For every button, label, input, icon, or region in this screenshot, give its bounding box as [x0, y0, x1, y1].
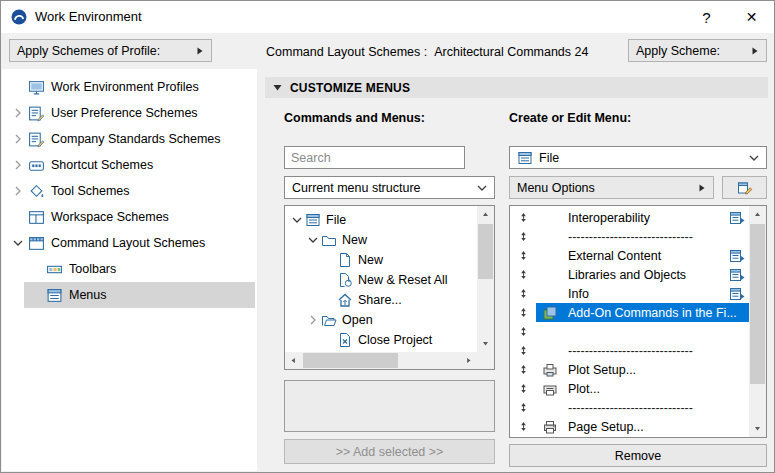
list-item[interactable]: Interoperability: [510, 208, 749, 227]
menu-icon: [517, 150, 533, 166]
printer-icon: [542, 419, 558, 435]
menu-options-button[interactable]: Menu Options: [509, 176, 714, 199]
list-item-separator[interactable]: ------------------------------: [510, 227, 749, 246]
tree-vertical-scrollbar[interactable]: [477, 206, 494, 352]
drag-handle-icon[interactable]: [510, 269, 536, 280]
drag-handle-icon[interactable]: [510, 212, 536, 223]
scrollbar-thumb[interactable]: [750, 224, 765, 384]
chevron-right-icon[interactable]: [305, 312, 321, 328]
list-item-separator[interactable]: ------------------------------: [510, 398, 749, 417]
expander-spacer: [10, 209, 26, 225]
drag-handle-icon[interactable]: [510, 345, 536, 356]
sidebar-item-tool-schemes[interactable]: Tool Schemes: [2, 178, 255, 204]
share-icon: [337, 292, 353, 308]
scroll-down-icon[interactable]: [749, 420, 766, 437]
list-item[interactable]: Page Setup...: [510, 417, 749, 436]
chevron-down-icon[interactable]: [289, 212, 305, 228]
remove-button[interactable]: Remove: [509, 444, 767, 467]
chevron-right-icon[interactable]: [10, 183, 26, 199]
list-item-separator[interactable]: ------------------------------: [510, 341, 749, 360]
app-logo-icon: [11, 9, 27, 25]
scroll-right-icon[interactable]: [460, 352, 477, 369]
menu-icon: [305, 212, 321, 228]
chevron-down-icon[interactable]: [10, 235, 26, 251]
list-item[interactable]: Libraries and Objects: [510, 265, 749, 284]
help-button[interactable]: ?: [684, 1, 729, 33]
sidebar-item-work-environment-profiles[interactable]: Work Environment Profiles: [2, 74, 255, 100]
edit-menu-select[interactable]: File: [509, 146, 767, 169]
scroll-down-icon[interactable]: [477, 335, 494, 352]
tree-item-open[interactable]: Open: [285, 310, 477, 330]
list-item[interactable]: Plot Setup...: [510, 360, 749, 379]
close-project-icon: [337, 332, 353, 348]
scrollbar-corner: [477, 352, 494, 369]
apply-schemes-of-profile-button[interactable]: Apply Schemes of Profile:: [9, 39, 212, 62]
add-selected-button[interactable]: >> Add selected >>: [284, 439, 495, 464]
chevron-right-icon[interactable]: [10, 157, 26, 173]
tree-item-close-project[interactable]: Close Project: [285, 330, 477, 350]
scrollbar-thumb[interactable]: [478, 224, 493, 279]
tool-icon: [28, 183, 45, 200]
drag-handle-icon[interactable]: [510, 250, 536, 261]
drag-handle-icon[interactable]: [510, 231, 536, 242]
drag-handle-icon[interactable]: [510, 402, 536, 413]
chevron-right-icon[interactable]: [10, 105, 26, 121]
drag-handle-icon[interactable]: [510, 288, 536, 299]
menu-structure-select[interactable]: Current menu structure: [284, 176, 495, 199]
scheme-type-label: Command Layout Schemes :: [266, 45, 427, 59]
flyout-arrow-icon: [196, 47, 204, 55]
list-item[interactable]: Plot...: [510, 379, 749, 398]
menu-edit-icon: [737, 180, 753, 196]
list-item-blank[interactable]: [510, 322, 749, 341]
list-item[interactable]: External Content: [510, 246, 749, 265]
tree-horizontal-scrollbar[interactable]: [285, 352, 477, 369]
scroll-up-icon[interactable]: [749, 206, 766, 223]
window-title: Work Environment: [35, 1, 142, 33]
drag-handle-icon[interactable]: [510, 383, 536, 394]
close-button[interactable]: ✕: [729, 1, 774, 33]
sidebar-item-company-standards-schemes[interactable]: Company Standards Schemes: [2, 126, 255, 152]
tree-item-new[interactable]: New: [285, 250, 477, 270]
drag-handle-icon[interactable]: [510, 364, 536, 375]
plot-setup-icon: [542, 362, 558, 378]
chevron-right-icon[interactable]: [10, 131, 26, 147]
title-bar: Work Environment ? ✕: [1, 1, 774, 33]
drag-handle-icon[interactable]: [510, 421, 536, 432]
scrollbar-thumb[interactable]: [303, 353, 398, 368]
commands-and-menus-label: Commands and Menus:: [284, 111, 425, 125]
command-layout-icon: [28, 235, 45, 252]
sidebar-item-menus[interactable]: Menus: [24, 282, 255, 308]
sidebar-item-workspace-schemes[interactable]: Workspace Schemes: [2, 204, 255, 230]
new-reset-icon: [337, 272, 353, 288]
menu-list-vertical-scrollbar[interactable]: [749, 206, 766, 437]
submenu-icon: [729, 286, 745, 302]
search-input[interactable]: [284, 146, 465, 169]
tree-item-new-and-reset-all[interactable]: New & Reset All: [285, 270, 477, 290]
menus-icon: [46, 287, 63, 304]
section-title: CUSTOMIZE MENUS: [290, 81, 410, 95]
tree-item-share[interactable]: Share...: [285, 290, 477, 310]
submenu-icon: [729, 248, 745, 264]
workspace-icon: [28, 209, 45, 226]
scroll-up-icon[interactable]: [477, 206, 494, 223]
sidebar-item-command-layout-schemes[interactable]: Command Layout Schemes: [2, 230, 255, 256]
edit-menu-icon-button[interactable]: [722, 176, 767, 199]
drag-handle-icon[interactable]: [510, 307, 536, 318]
work-environment-dialog: Work Environment ? ✕ Apply Schemes of Pr…: [0, 0, 775, 473]
apply-scheme-button[interactable]: Apply Scheme:: [628, 39, 767, 62]
submenu-icon: [729, 210, 745, 226]
commands-tree: File New New New & Reset All Share... Op…: [284, 205, 495, 370]
command-description-box: [284, 380, 495, 432]
chevron-down-icon[interactable]: [305, 232, 321, 248]
open-folder-icon: [321, 312, 337, 328]
tree-item-new-folder[interactable]: New: [285, 230, 477, 250]
list-item-selected[interactable]: Add-On Commands in the Fi...: [510, 303, 749, 322]
sidebar-item-user-preference-schemes[interactable]: User Preference Schemes: [2, 100, 255, 126]
scroll-left-icon[interactable]: [285, 352, 302, 369]
customize-menus-section-header[interactable]: CUSTOMIZE MENUS: [265, 77, 768, 98]
drag-handle-icon[interactable]: [510, 326, 536, 337]
sidebar-item-shortcut-schemes[interactable]: Shortcut Schemes: [2, 152, 255, 178]
tree-item-file[interactable]: File: [285, 210, 477, 230]
sidebar-item-toolbars[interactable]: Toolbars: [24, 256, 255, 282]
list-item[interactable]: Info: [510, 284, 749, 303]
